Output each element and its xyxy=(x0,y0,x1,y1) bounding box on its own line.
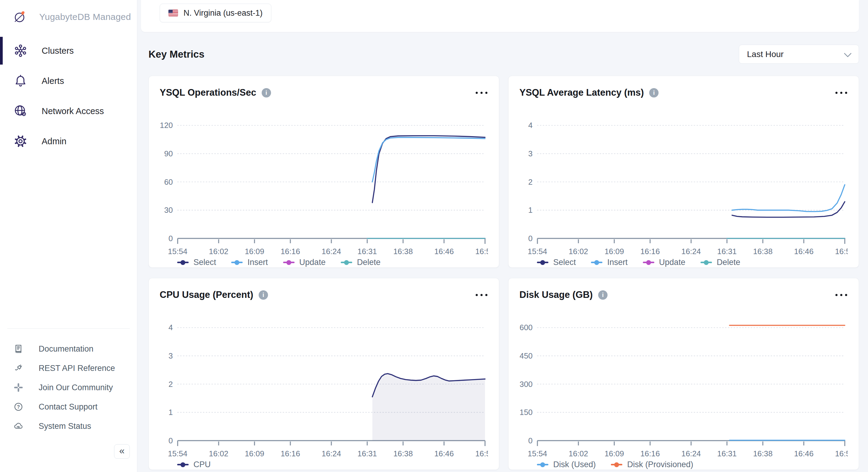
book-icon xyxy=(13,344,24,354)
metrics-header-row: Key Metrics Last Hour xyxy=(149,45,859,64)
bell-icon xyxy=(13,74,28,88)
legend-dot-icon xyxy=(614,462,619,467)
legend-dot-icon xyxy=(344,260,349,265)
svg-text:16:38: 16:38 xyxy=(753,449,773,458)
info-icon[interactable]: i xyxy=(598,290,608,300)
card-menu-button[interactable] xyxy=(475,291,488,299)
legend-marker-icon xyxy=(611,464,622,465)
sidebar-item-network-access[interactable]: Network Access xyxy=(0,96,137,126)
sidebar-link-documentation[interactable]: Documentation xyxy=(0,339,137,358)
svg-text:16:38: 16:38 xyxy=(393,449,413,458)
legend-dot-icon xyxy=(286,260,291,265)
svg-text:16:24: 16:24 xyxy=(681,449,701,458)
legend-item-update[interactable]: Update xyxy=(643,258,685,267)
svg-text:16:09: 16:09 xyxy=(604,449,624,458)
svg-text:16:09: 16:09 xyxy=(245,247,265,256)
chevron-down-icon xyxy=(844,50,851,57)
main-content: N. Virginia (us-east-1) Key Metrics Last… xyxy=(137,0,868,472)
sidebar-item-label: Alerts xyxy=(42,76,64,86)
legend-marker-icon xyxy=(341,262,352,263)
svg-text:16:09: 16:09 xyxy=(245,449,265,458)
svg-text:1: 1 xyxy=(168,408,173,416)
legend-label: CPU xyxy=(193,460,211,469)
card-header: YSQL Average Latency (ms) i xyxy=(519,85,848,100)
sidebar-link-label: Documentation xyxy=(39,344,94,354)
legend-item-update[interactable]: Update xyxy=(283,258,326,267)
card-menu-button[interactable] xyxy=(835,89,848,97)
legend-marker-icon xyxy=(701,262,712,263)
sidebar-item-admin[interactable]: Admin xyxy=(0,126,137,156)
svg-text:3: 3 xyxy=(168,352,173,360)
legend-item-disk-used[interactable]: Disk (Used) xyxy=(537,460,596,469)
sidebar-item-clusters[interactable]: Clusters xyxy=(0,36,137,66)
svg-text:450: 450 xyxy=(520,352,533,360)
svg-text:16:31: 16:31 xyxy=(717,247,737,256)
legend-label: Select xyxy=(193,258,216,267)
sidebar-item-label: Clusters xyxy=(42,46,74,56)
card-menu-button[interactable] xyxy=(475,89,488,97)
chart-plot: 015030045060015:5416:0216:0916:1616:2416… xyxy=(519,304,848,460)
legend-item-delete[interactable]: Delete xyxy=(341,258,380,267)
card-title: YSQL Operations/Sec xyxy=(160,87,256,98)
svg-text:16:54: 16:54 xyxy=(475,247,488,256)
card-menu-button[interactable] xyxy=(835,291,848,299)
svg-text:15:54: 15:54 xyxy=(168,247,187,256)
legend-marker-icon xyxy=(177,464,189,465)
slack-icon xyxy=(13,382,24,392)
svg-text:16:24: 16:24 xyxy=(681,247,701,256)
region-tab[interactable]: N. Virginia (us-east-1) xyxy=(160,4,271,22)
card-title: Disk Usage (GB) xyxy=(519,289,593,300)
sidebar-item-label: Admin xyxy=(42,136,66,146)
legend-item-delete[interactable]: Delete xyxy=(701,258,740,267)
legend-item-cpu[interactable]: CPU xyxy=(177,460,211,469)
legend-label: Update xyxy=(659,258,685,267)
help-icon: ? xyxy=(13,402,24,412)
svg-text:16:46: 16:46 xyxy=(794,247,814,256)
sidebar-link-system-status[interactable]: System Status xyxy=(0,416,137,436)
legend-item-select[interactable]: Select xyxy=(177,258,216,267)
svg-text:15:54: 15:54 xyxy=(168,449,187,458)
legend-dot-icon xyxy=(181,462,185,467)
svg-text:16:38: 16:38 xyxy=(753,247,773,256)
legend-item-disk-provisioned[interactable]: Disk (Provisioned) xyxy=(611,460,693,469)
svg-text:16:16: 16:16 xyxy=(281,449,300,458)
region-label: N. Virginia (us-east-1) xyxy=(184,8,262,18)
sidebar-link-rest-api-reference[interactable]: REST API Reference xyxy=(0,358,137,378)
legend-item-select[interactable]: Select xyxy=(537,258,576,267)
svg-text:0: 0 xyxy=(528,436,532,445)
legend-marker-icon xyxy=(643,262,654,263)
time-range-select[interactable]: Last Hour xyxy=(739,45,859,64)
svg-text:90: 90 xyxy=(164,149,173,158)
svg-text:4: 4 xyxy=(168,323,173,332)
svg-text:60: 60 xyxy=(164,178,173,186)
svg-text:16:46: 16:46 xyxy=(434,247,454,256)
info-icon[interactable]: i xyxy=(259,290,268,300)
legend-dot-icon xyxy=(646,260,651,265)
sidebar-link-contact-support[interactable]: ?Contact Support xyxy=(0,397,137,416)
sidebar-link-label: Contact Support xyxy=(39,402,97,412)
svg-text:0: 0 xyxy=(168,436,173,445)
svg-text:600: 600 xyxy=(520,323,533,332)
svg-text:16:31: 16:31 xyxy=(357,247,377,256)
info-icon[interactable]: i xyxy=(262,88,271,97)
legend-item-insert[interactable]: Insert xyxy=(591,258,628,267)
legend-label: Update xyxy=(300,258,326,267)
svg-text:16:16: 16:16 xyxy=(281,247,300,256)
sidebar-item-label: Network Access xyxy=(42,106,104,116)
card-title: CPU Usage (Percent) xyxy=(160,289,253,300)
metric-card-disk-usage-gb: Disk Usage (GB) i 015030045060015:5416:0… xyxy=(508,278,859,470)
svg-text:2: 2 xyxy=(528,178,532,186)
legend-label: Insert xyxy=(607,258,628,267)
legend-item-insert[interactable]: Insert xyxy=(231,258,268,267)
sidebar-link-join-our-community[interactable]: Join Our Community xyxy=(0,378,137,397)
svg-text:150: 150 xyxy=(520,408,533,416)
svg-text:16:31: 16:31 xyxy=(717,449,737,458)
info-icon[interactable]: i xyxy=(649,88,658,97)
svg-text:1: 1 xyxy=(528,206,532,214)
sidebar-collapse-button[interactable]: « xyxy=(114,444,130,459)
gear-icon xyxy=(13,134,28,149)
yugabytedb-logo-icon xyxy=(7,4,33,30)
sidebar-item-alerts[interactable]: Alerts xyxy=(0,66,137,96)
svg-text:16:24: 16:24 xyxy=(322,247,341,256)
globe-gear-icon xyxy=(13,104,28,118)
